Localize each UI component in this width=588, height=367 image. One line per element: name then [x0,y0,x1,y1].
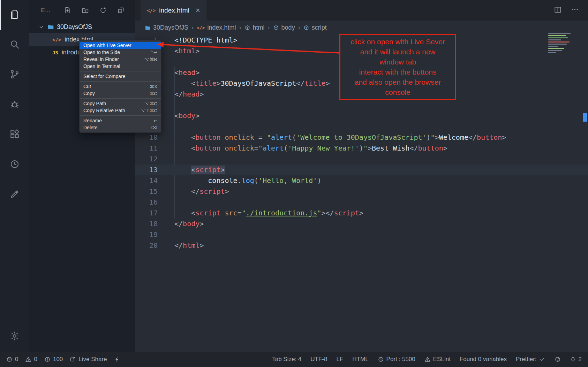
status-label: Found 0 variables [460,356,507,363]
code-line-7[interactable]: 7 [135,100,588,110]
status-100[interactable]: 100 [44,356,63,363]
activitybar-source-control[interactable] [0,60,29,90]
error-icon [6,356,13,362]
minimap[interactable] [548,32,580,54]
activitybar-explorer[interactable] [0,0,29,30]
tab-index-html[interactable]: </> index.html × [141,0,206,21]
status-label: Prettier: [516,356,537,363]
status-utf-8[interactable]: UTF-8 [310,356,327,363]
status-2[interactable]: 2 [570,356,582,363]
code-text: <button onclick = "alert('Welcome to 30D… [158,132,506,143]
code-line-8[interactable]: 8<body> [135,110,588,121]
annotation-text-line: and it will launch a new [360,47,436,57]
status-0[interactable]: 0 [6,356,18,363]
status-eslint[interactable]: ESLint [424,356,451,363]
status-label: Live Share [78,356,107,363]
line-number: 17 [135,208,158,219]
menu-item-cut[interactable]: Cut⌘X [80,83,161,90]
code-line-10[interactable]: 10 <button onclick = "alert('Welcome to … [135,132,588,143]
annotation-text-line: window tab [379,57,416,67]
status-0[interactable]: 0 [25,356,37,363]
sidebar-title: E… [41,7,51,14]
menu-item-label: Open with Live Server [83,43,131,48]
code-line-19[interactable]: 19 [135,229,588,240]
line-number: 11 [135,143,158,154]
activitybar-feedback[interactable] [0,180,29,210]
cube-icon [244,25,250,31]
menu-item-copy-path[interactable]: Copy Path⌥⌘C [80,100,161,107]
settings-icon [9,331,20,343]
code-line-14[interactable]: 14 console.log('Hello, World') [135,175,588,186]
menu-item-shortcut: ⌥⌘C [144,101,157,106]
breadcrumb-separator: › [268,24,270,31]
new-folder-icon[interactable] [82,7,89,14]
menu-item-label: Copy [83,91,95,96]
code-line-11[interactable]: 11 <button onclick="alert('Happy New Yea… [135,143,588,154]
activitybar-extensions[interactable] [0,120,29,150]
menu-item-shortcut: ⌥⇧⌘C [141,108,157,113]
status-lf[interactable]: LF [336,356,343,363]
menu-item-copy-relative-path[interactable]: Copy Relative Path⌥⇧⌘C [80,107,161,114]
activity-bar-items [0,0,29,210]
line-number: 12 [135,154,158,165]
line-number: 19 [135,229,158,240]
breadcrumb-script[interactable]: script [303,24,327,31]
context-menu: Open with Live ServerOpen to the Side⌃↩R… [79,40,161,133]
menu-item-copy[interactable]: Copy⌘C [80,90,161,97]
status-html[interactable]: HTML [352,356,368,363]
status-prettier[interactable]: Prettier: [516,356,545,363]
breadcrumb-html[interactable]: html [244,24,265,31]
code-line-15[interactable]: 15 </script> [135,186,588,197]
menu-item-delete[interactable]: Delete⌫ [80,124,161,131]
activitybar-debug[interactable] [0,90,29,120]
split-editor-icon[interactable] [554,6,562,15]
menu-item-select-for-compare[interactable]: Select for Compare [80,73,161,80]
code-line-13[interactable]: 13 <script> [135,165,588,175]
status-label: 100 [53,356,63,363]
code-text: <button onclick="alert('Happy New Year!'… [158,143,447,154]
folder-row-30daysofjs[interactable]: 30DaysOfJS [29,21,135,33]
status-live-share[interactable]: Live Share [70,356,107,363]
code-line-9[interactable]: 9 [135,121,588,132]
status-bar-left: 00100Live Share [6,356,127,363]
activitybar-history[interactable] [0,150,29,180]
code-line-12[interactable]: 12 [135,154,588,165]
menu-item-open-with-live-server[interactable]: Open with Live Server [80,42,161,49]
breadcrumb: 30DaysOfJS›</>index.html›html›body›scrip… [135,21,588,35]
menu-item-open-to-the-side[interactable]: Open to the Side⌃↩ [80,49,161,56]
collapse-all-icon[interactable] [117,7,125,14]
activitybar-settings[interactable] [0,322,29,352]
menu-item-open-in-terminal[interactable]: Open in Terminal [80,63,161,70]
menu-separator [80,71,161,71]
refresh-icon[interactable] [99,7,107,14]
status-tab-size-4[interactable]: Tab Size: 4 [272,356,301,363]
feedback-icon [9,189,20,201]
breadcrumb-body[interactable]: body [273,24,295,31]
status-label: UTF-8 [310,356,327,363]
breadcrumb-separator: › [298,24,300,31]
sidebar-header: E… [29,0,135,21]
close-tab-icon[interactable]: × [196,6,200,15]
new-file-icon[interactable] [64,7,71,14]
status-found-0-variables[interactable]: Found 0 variables [460,356,507,363]
menu-separator [80,115,161,116]
breadcrumb-index-html[interactable]: </>index.html [197,24,236,31]
menu-item-shortcut: ↩ [153,118,157,123]
activitybar-search[interactable] [0,30,29,60]
status-lightning[interactable] [114,356,120,362]
status-port-5500[interactable]: Port : 5500 [378,356,415,363]
status-smiley[interactable] [555,356,561,362]
code-line-18[interactable]: 18</body> [135,219,588,229]
status-label: ESLint [433,356,451,363]
menu-item-reveal-in-finder[interactable]: Reveal in Finder⌥⌘R [80,56,161,63]
code-line-20[interactable]: 20</html> [135,240,588,251]
code-line-16[interactable]: 16 [135,197,588,208]
tab-label: index.html [159,7,189,14]
sidebar-actions [64,7,125,14]
breadcrumb-label: html [253,24,265,31]
annotation-text-line: click on open with Live Sever [350,37,445,47]
breadcrumb-30daysofjs[interactable]: 30DaysOfJS [145,24,188,31]
code-line-17[interactable]: 17 <script src="./introduction.js"></scr… [135,208,588,219]
menu-item-rename[interactable]: Rename↩ [80,117,161,124]
more-actions-icon[interactable] [571,6,579,15]
